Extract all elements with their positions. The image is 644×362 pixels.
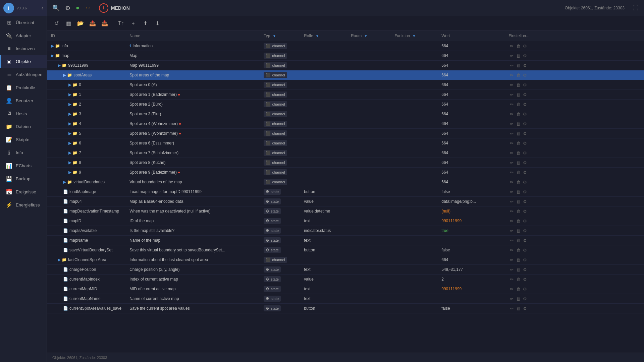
edit-icon-19[interactable]: ✏ [510,228,514,233]
download-button[interactable]: 📥 [99,18,110,29]
delete-icon-0[interactable]: 🗑 [516,44,521,49]
collapse-button[interactable]: ‹ [42,5,43,11]
table-row[interactable]: 📄chargePositionCharge position (x, y, an… [47,265,644,275]
edit-icon-10[interactable]: ✏ [510,141,514,146]
edit-icon-18[interactable]: ✏ [510,219,514,224]
table-row[interactable]: ▶ 📁4Spot area 4 (Wohnzimmer)●⬛channel664… [47,119,644,129]
table-row[interactable]: ▶ 📁2Spot area 2 (Büro)⬛channel664 ✏ 🗑 ⚙ [47,100,644,109]
edit-icon-0[interactable]: ✏ [510,44,514,49]
settings-icon-21[interactable]: ⚙ [523,248,527,253]
edit-icon-1[interactable]: ✏ [510,53,514,58]
col-funktion[interactable]: Funktion ▼ [390,31,437,41]
table-row[interactable]: ▶ 📁990111999Map 990111999⬛channel664 ✏ 🗑… [47,61,644,70]
folder-button[interactable]: 📂 [75,18,86,29]
edit-icon-13[interactable]: ✏ [510,170,514,175]
table-row[interactable]: ▶ 📁8Spot area 8 (Küche)⬛channel664 ✏ 🗑 ⚙ [47,158,644,168]
table-row[interactable]: ▶ 📁virtualBoundariesVirtual boundaries o… [47,177,644,187]
delete-icon-18[interactable]: 🗑 [516,219,521,224]
settings-icon-9[interactable]: ⚙ [523,131,527,136]
settings-icon-25[interactable]: ⚙ [523,287,527,292]
edit-icon-3[interactable]: ✏ [510,73,514,78]
delete-icon-25[interactable]: 🗑 [516,287,521,292]
settings-icon-2[interactable]: ⚙ [523,63,527,68]
table-row[interactable]: ▶ 📁1Spot area 1 (Badezimmer)●⬛channel664… [47,90,644,100]
add-button[interactable]: + [128,18,139,29]
delete-icon-15[interactable]: 🗑 [516,189,521,194]
edit-icon-6[interactable]: ✏ [510,102,514,107]
sidebar-item-hosts[interactable]: 🖥Hosts [0,107,47,120]
edit-icon-12[interactable]: ✏ [510,160,514,165]
upload-button[interactable]: 📤 [87,18,98,29]
edit-icon-5[interactable]: ✏ [510,92,514,97]
settings-icon-11[interactable]: ⚙ [523,150,527,156]
edit-icon-11[interactable]: ✏ [510,150,514,156]
delete-icon-12[interactable]: 🗑 [516,160,521,165]
edit-icon-15[interactable]: ✏ [510,189,514,194]
move-up-button[interactable]: ⬆ [140,18,151,29]
settings-icon-13[interactable]: ⚙ [523,170,527,175]
delete-icon-4[interactable]: 🗑 [516,82,521,87]
table-row[interactable]: 📄saveVirtualBoundarySetSave this virtual… [47,245,644,255]
col-rolle[interactable]: Rolle ▼ [300,31,347,41]
edit-icon-14[interactable]: ✏ [510,180,514,185]
sidebar-item-enumerations[interactable]: ≔Aufzählungen [0,68,47,81]
settings-icon-4[interactable]: ⚙ [523,82,527,87]
edit-icon-2[interactable]: ✏ [510,63,514,68]
refresh-button[interactable]: ↺ [51,18,62,29]
sidebar-item-energyflow[interactable]: ⚡Energiefluss [0,198,47,212]
delete-icon-21[interactable]: 🗑 [516,248,521,253]
settings-icon-7[interactable]: ⚙ [523,112,527,117]
edit-icon-24[interactable]: ✏ [510,277,514,282]
table-row[interactable]: 📄currentMapIndexIndex of current active … [47,275,644,284]
delete-icon-20[interactable]: 🗑 [516,238,521,243]
edit-icon-7[interactable]: ✏ [510,112,514,117]
delete-icon-7[interactable]: 🗑 [516,112,521,117]
table-row[interactable]: ▶ 📁9Spot area 9 (Badezimmer)●⬛channel664… [47,168,644,177]
settings-icon-6[interactable]: ⚙ [523,102,527,107]
col-typ[interactable]: Typ ▼ [260,31,300,41]
col-raum[interactable]: Raum ▼ [347,31,390,41]
table-row[interactable]: ▶ 📁lastCleanedSpotAreaInformation about … [47,255,644,265]
delete-icon-2[interactable]: 🗑 [516,63,521,68]
edit-icon-20[interactable]: ✏ [510,238,514,243]
edit-icon-21[interactable]: ✏ [510,248,514,253]
settings-icon-0[interactable]: ⚙ [523,44,527,49]
delete-icon-23[interactable]: 🗑 [516,267,521,272]
edit-icon-4[interactable]: ✏ [510,82,514,87]
expand-icon[interactable]: ⛶ [633,4,639,11]
table-row[interactable]: 📄currentMapMIDMID of current active map⚙… [47,284,644,294]
sidebar-item-files[interactable]: 📁Dateien [0,120,47,133]
settings-icon-8[interactable]: ⚙ [523,121,527,126]
settings-icon-12[interactable]: ⚙ [523,160,527,165]
settings-icon-20[interactable]: ⚙ [523,238,527,243]
table-row[interactable]: ▶ 📁infoℹInformation⬛channel664 ✏ 🗑 ⚙ [47,41,644,51]
table-row[interactable]: 📄loadMapImageLoad map images for mapID 9… [47,187,644,197]
delete-icon-14[interactable]: 🗑 [516,180,521,185]
delete-icon-8[interactable]: 🗑 [516,121,521,126]
delete-icon-6[interactable]: 🗑 [516,102,521,107]
settings-icon-17[interactable]: ⚙ [523,209,527,214]
sidebar-item-adapter[interactable]: 🔌Adapter [0,29,47,42]
settings-icon-27[interactable]: ⚙ [523,306,527,311]
sidebar-item-events[interactable]: 📅Ereignisse [0,185,47,198]
edit-icon-22[interactable]: ✏ [510,257,514,262]
edit-icon-16[interactable]: ✏ [510,199,514,204]
settings-icon[interactable]: ⚙ [65,4,70,12]
edit-icon-8[interactable]: ✏ [510,121,514,126]
edit-icon-25[interactable]: ✏ [510,287,514,292]
settings-icon-23[interactable]: ⚙ [523,267,527,272]
table-row[interactable]: ▶ 📁0Spot area 0 (A)⬛channel664 ✏ 🗑 ⚙ [47,80,644,90]
text-up-button[interactable]: T↑ [116,18,126,29]
edit-icon-9[interactable]: ✏ [510,131,514,136]
table-row[interactable]: 📄mapNameName of the map⚙statetext ✏ 🗑 ⚙ [47,236,644,245]
sidebar-item-echarts[interactable]: 📊ECharts [0,159,47,172]
table-row[interactable]: ▶ 📁mapMap⬛channel664 ✏ 🗑 ⚙ [47,51,644,61]
edit-icon-26[interactable]: ✏ [510,296,514,301]
settings-icon-5[interactable]: ⚙ [523,92,527,97]
sidebar-item-scripts[interactable]: 📝Skripte [0,133,47,146]
table-row[interactable]: 📄currentSpotAreaValues_saveSave the curr… [47,304,644,313]
delete-icon-22[interactable]: 🗑 [516,257,521,262]
sidebar-item-users[interactable]: 👤Benutzer [0,94,47,107]
delete-icon-5[interactable]: 🗑 [516,92,521,97]
settings-icon-22[interactable]: ⚙ [523,257,527,262]
